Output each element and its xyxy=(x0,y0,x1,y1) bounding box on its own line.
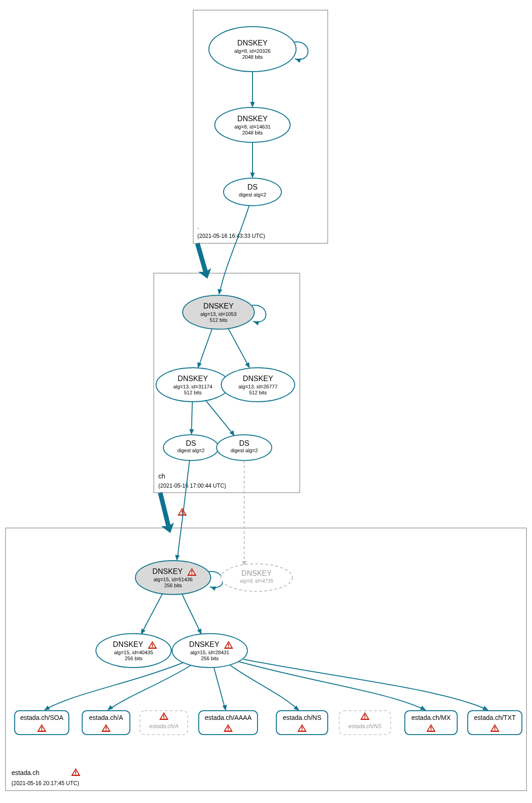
node-ch-ksk-l2: 512 bits xyxy=(210,317,228,323)
node-est-missing[interactable]: DNSKEY alg=8, id=4735 xyxy=(221,564,292,591)
node-est-missing-title: DNSKEY xyxy=(241,569,272,577)
node-ch-ds2-title: DS xyxy=(239,439,249,447)
delegation-root-to-ch xyxy=(197,243,206,272)
zone-root-label: . xyxy=(197,223,199,230)
node-root-zsk-l2: 2048 bits xyxy=(242,130,263,135)
node-ch-ds1-title: DS xyxy=(186,439,196,447)
node-rr-soa-title: estada.ch/SOA xyxy=(20,714,64,721)
node-root-ds-title: DS xyxy=(247,183,258,191)
node-est-zsk1-l2: 256 bits xyxy=(125,656,143,661)
node-ch-ksk-title: DNSKEY xyxy=(203,302,234,310)
node-rr-aaaa[interactable]: estada.ch/AAAA xyxy=(199,711,258,735)
node-rr-mx[interactable]: estada.ch/MX xyxy=(405,711,457,735)
node-root-ksk-l2: 2048 bits xyxy=(242,54,263,60)
node-rr-txt-title: estada.ch/TXT xyxy=(474,714,515,721)
node-rr-ns-na-title: estada.ch/NS xyxy=(348,723,381,730)
node-ch-zsk1-l1: alg=13, id=31174 xyxy=(173,384,212,389)
node-ch-zsk2-title: DNSKEY xyxy=(243,375,273,382)
node-est-zsk2-l2: 256 bits xyxy=(201,656,219,661)
node-rr-mx-title: estada.ch/MX xyxy=(411,714,451,721)
node-root-zsk-title: DNSKEY xyxy=(237,115,268,123)
node-ch-zsk1[interactable]: DNSKEY alg=13, id=31174 512 bits xyxy=(156,368,230,402)
node-est-zsk2-l1: alg=15, id=28431 xyxy=(190,650,229,655)
node-ch-ds2-l1: digest alg=2 xyxy=(230,448,258,453)
node-root-zsk[interactable]: DNSKEY alg=8, id=14631 2048 bits xyxy=(215,107,290,142)
zone-estada-time: (2021-05-16 20:17:45 UTC) xyxy=(11,780,79,786)
node-est-zsk1-l1: alg=15, id=40435 xyxy=(114,650,153,655)
node-rr-a-na-title: estada.ch/A xyxy=(149,723,178,730)
node-ch-zsk1-title: DNSKEY xyxy=(178,375,208,382)
zone-estada-warning-icon xyxy=(71,768,80,776)
node-rr-txt[interactable]: estada.ch/TXT xyxy=(468,711,522,735)
node-ch-zsk2[interactable]: DNSKEY alg=13, id=26777 512 bits xyxy=(221,368,295,402)
node-rr-ns[interactable]: estada.ch/NS xyxy=(276,711,328,735)
node-root-ksk-l1: alg=8, id=20326 xyxy=(235,48,271,54)
node-ch-ksk[interactable]: DNSKEY alg=13, id=1053 512 bits xyxy=(183,295,254,329)
node-root-ds-l1: digest alg=2 xyxy=(239,192,266,197)
node-ch-zsk1-l2: 512 bits xyxy=(184,390,202,395)
node-est-missing-l1: alg=8, id=4735 xyxy=(240,578,274,584)
node-ch-ds1-l1: digest alg=2 xyxy=(177,448,205,453)
zone-ch-label: ch xyxy=(158,472,165,480)
node-ch-ds1[interactable]: DS digest alg=2 xyxy=(163,435,218,460)
node-est-ksk-l2: 256 bits xyxy=(164,583,182,588)
node-est-ksk-title: DNSKEY xyxy=(152,567,183,575)
node-est-zsk1[interactable]: DNSKEY alg=15, id=40435 256 bits xyxy=(96,634,171,668)
node-ch-zsk2-l1: alg=13, id=26777 xyxy=(238,384,277,389)
delegation-ch-to-estada xyxy=(160,493,168,526)
node-est-ksk[interactable]: DNSKEY alg=15, id=51436 256 bits xyxy=(135,561,211,595)
node-rr-a-title: estada.ch/A xyxy=(89,714,123,721)
node-est-ksk-l1: alg=15, id=51436 xyxy=(153,577,192,582)
node-est-zsk1-title: DNSKEY xyxy=(113,640,143,648)
node-ch-ksk-l1: alg=13, id=1053 xyxy=(201,311,237,317)
node-ch-ds2[interactable]: DS digest alg=2 xyxy=(217,435,272,460)
node-root-ds[interactable]: DS digest alg=2 xyxy=(224,178,281,206)
zone-root-time: (2021-05-16 16:43:33 UTC) xyxy=(197,233,265,239)
zone-estada-label: estada.ch xyxy=(11,769,39,776)
delegation-ch-estada-warning-icon xyxy=(178,508,187,516)
node-root-zsk-l1: alg=8, id=14631 xyxy=(235,124,271,129)
node-ch-zsk2-l2: 512 bits xyxy=(249,390,267,395)
node-rr-a-na[interactable]: estada.ch/A xyxy=(140,711,188,735)
svg-point-12 xyxy=(221,564,292,591)
node-root-ksk[interactable]: DNSKEY alg=8, id=20326 2048 bits xyxy=(209,27,296,72)
node-root-ksk-title: DNSKEY xyxy=(237,39,268,47)
node-rr-aaaa-title: estada.ch/AAAA xyxy=(205,714,252,721)
node-rr-a[interactable]: estada.ch/A xyxy=(82,711,130,735)
node-rr-ns-na[interactable]: estada.ch/NS xyxy=(339,711,391,735)
node-rr-ns-title: estada.ch/NS xyxy=(283,714,321,721)
zone-ch-time: (2021-05-16 17:00:44 UTC) xyxy=(158,483,226,489)
node-est-zsk2-title: DNSKEY xyxy=(189,640,219,648)
node-rr-soa[interactable]: estada.ch/SOA xyxy=(15,711,69,735)
